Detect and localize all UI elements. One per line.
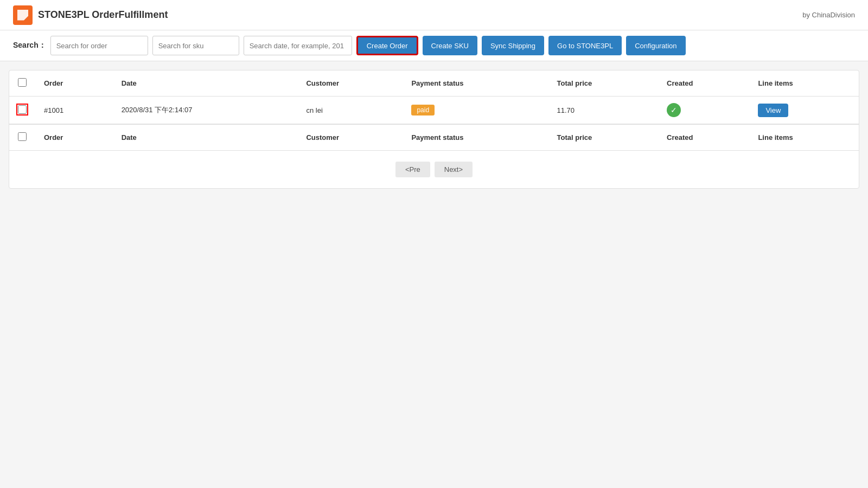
go-to-stone3pl-button[interactable]: Go to STONE3PL — [548, 36, 622, 55]
app-header: STONE3PL OrderFulfillment by ChinaDivisi… — [0, 0, 868, 30]
create-sku-button[interactable]: Create SKU — [423, 36, 477, 55]
col-header-customer: Customer — [297, 70, 403, 97]
row-payment-status: paid — [403, 97, 548, 125]
row-customer: cn lei — [297, 97, 403, 125]
view-button[interactable]: View — [758, 104, 788, 117]
header-byline: by ChinaDivision — [802, 11, 855, 19]
header-checkbox-cell — [9, 70, 35, 97]
row-order: #1001 — [35, 97, 113, 125]
search-label: Search： — [13, 41, 46, 50]
row-line-items: View — [749, 97, 859, 125]
sync-shipping-button[interactable]: Sync Shipping — [482, 36, 544, 55]
col-header-line-items: Line items — [749, 70, 859, 97]
footer-col-created: Created — [658, 124, 749, 151]
created-check-icon: ✓ — [667, 103, 681, 117]
table-row: #1001 2020/8/31 下午2:14:07 cn lei paid 11… — [9, 97, 859, 125]
select-all-checkbox[interactable] — [18, 78, 27, 87]
col-header-order: Order — [35, 70, 113, 97]
app-logo — [13, 5, 33, 25]
footer-checkbox-cell — [9, 124, 35, 151]
row-total-price: 11.70 — [548, 97, 659, 125]
footer-col-total: Total price — [548, 124, 659, 151]
table-header-row: Order Date Customer Payment status Total… — [9, 70, 859, 97]
row-created: ✓ — [658, 97, 749, 125]
main-content: Order Date Customer Payment status Total… — [9, 70, 859, 189]
logo-shape — [17, 10, 28, 21]
footer-col-customer: Customer — [297, 124, 403, 151]
create-order-button[interactable]: Create Order — [356, 36, 418, 55]
col-header-payment-status: Payment status — [403, 70, 548, 97]
row-date: 2020/8/31 下午2:14:07 — [113, 97, 298, 125]
payment-badge: paid — [411, 105, 435, 115]
row-checkbox[interactable] — [18, 105, 27, 114]
col-header-created: Created — [658, 70, 749, 97]
table-footer-header-row: Order Date Customer Payment status Total… — [9, 124, 859, 151]
orders-table: Order Date Customer Payment status Total… — [9, 70, 859, 151]
search-sku-input[interactable] — [152, 36, 239, 55]
footer-col-lineitems: Line items — [749, 124, 859, 151]
header-left: STONE3PL OrderFulfillment — [13, 5, 168, 25]
footer-col-payment: Payment status — [403, 124, 548, 151]
footer-select-all-checkbox[interactable] — [18, 132, 27, 141]
prev-page-button[interactable]: <Pre — [395, 162, 430, 177]
pagination: <Pre Next> — [9, 151, 859, 188]
footer-col-order: Order — [35, 124, 113, 151]
configuration-button[interactable]: Configuration — [626, 36, 685, 55]
footer-col-date: Date — [113, 124, 298, 151]
search-order-input[interactable] — [50, 36, 148, 55]
col-header-date: Date — [113, 70, 298, 97]
row-checkbox-cell — [9, 97, 35, 125]
next-page-button[interactable]: Next> — [435, 162, 473, 177]
app-title: STONE3PL OrderFulfillment — [38, 9, 168, 21]
search-date-input[interactable] — [244, 36, 352, 55]
toolbar: Search： Create Order Create SKU Sync Shi… — [0, 30, 868, 61]
col-header-total-price: Total price — [548, 70, 659, 97]
